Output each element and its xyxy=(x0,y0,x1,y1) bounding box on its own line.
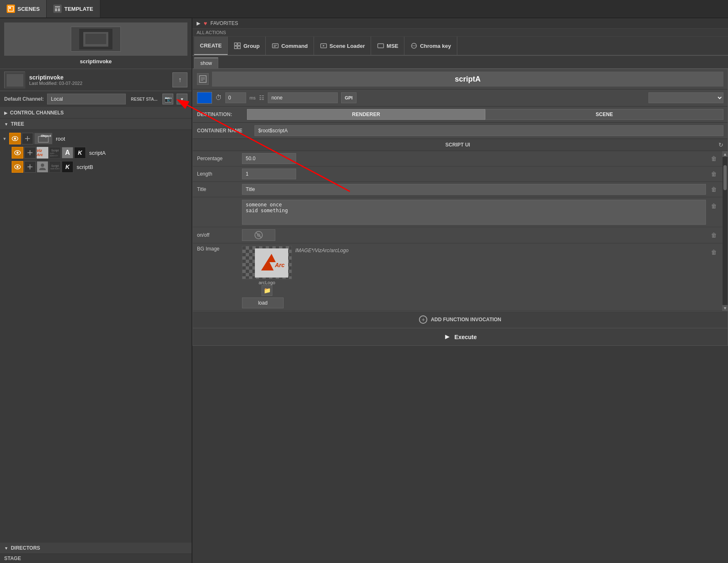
scriptb-icon-script2: Script sub-Elm xyxy=(49,161,61,173)
param-length: Length 🗑 xyxy=(193,166,723,182)
stage-label: STAGE xyxy=(4,556,21,561)
mse-button[interactable]: MSE xyxy=(371,37,404,55)
title-input[interactable] xyxy=(242,184,706,195)
camera-button[interactable]: 📷 xyxy=(162,94,173,104)
onoff-delete-button[interactable]: 🗑 xyxy=(709,231,718,240)
svg-rect-1 xyxy=(9,7,11,9)
load-button[interactable]: load xyxy=(242,298,284,308)
scripta-icon-eye xyxy=(12,147,23,159)
scenes-tab-label: SCENES xyxy=(17,6,40,12)
length-label: Length xyxy=(197,171,239,177)
chroma-key-button[interactable]: Chroma key xyxy=(404,37,457,55)
favorites-bar: ▶ ♥ FAVORITES xyxy=(192,18,728,29)
tree-item-scriptb[interactable]: Script sub-Elm K scriptB xyxy=(0,160,192,174)
root-icon-transform xyxy=(22,133,33,144)
scene-thumb-inner xyxy=(71,27,121,52)
scene-info-row: scriptinvoke Last Modified: 03-07-2022 ↑ xyxy=(0,69,192,91)
bgimage-delete-button[interactable]: 🗑 xyxy=(709,248,718,257)
color-swatch[interactable] xyxy=(197,92,212,104)
scene-button[interactable]: SCENE xyxy=(485,109,723,120)
directors-header[interactable]: ▼ DIRECTORS xyxy=(0,543,192,554)
directors-label: DIRECTORS xyxy=(11,545,40,551)
control-channels-label: CONTROL CHANNELS xyxy=(10,110,64,116)
time-input[interactable] xyxy=(225,92,246,103)
reset-button[interactable]: RESET STA... xyxy=(129,96,159,102)
plus-circle-icon: + xyxy=(419,315,427,324)
channel-label: Default Channel: xyxy=(4,96,44,102)
onoff-button[interactable] xyxy=(242,229,275,241)
script-header-icon xyxy=(197,73,209,85)
tree-item-root[interactable]: ▼ Object root xyxy=(0,131,192,146)
container-name-label: CONTAINER NAME xyxy=(197,128,251,134)
scriptb-icon-transform xyxy=(24,161,36,173)
destination-row: DESTINATION: RENDERER SCENE xyxy=(193,107,728,123)
svg-marker-33 xyxy=(323,45,325,47)
tab-template[interactable]: TEMPLATE xyxy=(47,0,100,17)
create-button[interactable]: CREATE xyxy=(194,37,228,55)
scene-loader-button[interactable]: Scene Loader xyxy=(314,37,371,55)
tab-scenes[interactable]: SCENES xyxy=(0,0,47,17)
renderer-button[interactable]: RENDERER xyxy=(247,109,485,120)
scrollbar[interactable]: ▲ ▼ xyxy=(723,151,728,311)
percentage-label: Percentage xyxy=(197,156,239,161)
svg-line-42 xyxy=(256,233,261,238)
bg-image-path: IMAGE*/VizArc/arcLogo xyxy=(295,248,349,253)
scripta-thumbs: Viz Arc Script sub-Elm</> A K xyxy=(12,147,86,159)
svg-rect-27 xyxy=(234,46,237,49)
svg-rect-9 xyxy=(7,74,23,87)
scripta-icon-key: K xyxy=(74,147,86,159)
scripta-icon-vizarc: Viz Arc xyxy=(37,147,48,159)
scripta-icon-alpha: A xyxy=(62,147,73,159)
control-channels-arrow: ▶ xyxy=(4,111,7,115)
scenes-icon xyxy=(7,5,15,13)
execute-row[interactable]: ► Execute xyxy=(193,328,728,345)
upload-button[interactable]: ↑ xyxy=(172,72,187,87)
text-textarea[interactable]: someone once said something xyxy=(242,200,706,225)
percentage-delete-button[interactable]: 🗑 xyxy=(709,154,718,163)
percentage-input[interactable] xyxy=(242,153,296,164)
gpi-button[interactable]: GPI xyxy=(341,92,357,103)
script-ui-content: Percentage 🗑 Length 🗑 xyxy=(193,151,723,311)
length-input[interactable] xyxy=(242,169,296,179)
bg-thumb-inner: Arc xyxy=(255,248,288,278)
none-select[interactable] xyxy=(268,92,338,103)
command-button[interactable]: Command xyxy=(266,37,314,55)
group-button[interactable]: Group xyxy=(228,37,266,55)
command-label: Command xyxy=(281,43,308,49)
root-icon-object: Object xyxy=(34,133,52,144)
left-panel: scriptinvoke scriptinvoke Last Modified:… xyxy=(0,18,192,563)
length-delete-button[interactable]: 🗑 xyxy=(709,169,718,179)
create-label: CREATE xyxy=(200,42,222,49)
add-function-row[interactable]: + ADD FUNCTION INVOCATION xyxy=(193,311,728,328)
show-tab[interactable]: show xyxy=(194,57,218,68)
scripta-icon-script: Script sub-Elm</> xyxy=(49,147,61,159)
svg-rect-28 xyxy=(238,46,240,49)
text-delete-button[interactable]: 🗑 xyxy=(709,201,718,211)
extra-button[interactable]: ▼ xyxy=(177,94,187,104)
tree-header[interactable]: ▼ TREE xyxy=(0,119,192,130)
refresh-button[interactable]: ↻ xyxy=(718,141,723,148)
scriptb-thumbs: Script sub-Elm K xyxy=(12,161,73,173)
favorites-heart-icon: ♥ xyxy=(204,20,207,27)
dropdown-end[interactable] xyxy=(648,92,723,103)
control-channels-header[interactable]: ▶ CONTROL CHANNELS xyxy=(0,107,192,119)
svg-rect-4 xyxy=(58,8,60,11)
execute-icon: ► xyxy=(444,332,451,341)
destination-label: DESTINATION: xyxy=(197,112,247,117)
scripta-icon-transform xyxy=(24,147,36,159)
container-name-input[interactable]: $root$scriptA xyxy=(254,125,723,136)
script-ui-section: SCRIPT UI ↻ Percentage 🗑 xyxy=(193,139,728,311)
scrollbar-thumb[interactable] xyxy=(723,165,727,190)
template-icon xyxy=(53,5,62,13)
scene-thumb-area: scriptinvoke xyxy=(0,18,192,69)
script-name-input[interactable]: scriptA xyxy=(212,72,723,87)
channel-select[interactable]: Local xyxy=(47,94,126,104)
title-delete-button[interactable]: 🗑 xyxy=(709,185,718,194)
svg-text:Arc: Arc xyxy=(274,262,285,268)
browse-button[interactable]: 📁 xyxy=(262,285,272,296)
tree-item-scripta[interactable]: Viz Arc Script sub-Elm</> A K scriptA xyxy=(0,146,192,160)
chroma-key-icon xyxy=(410,42,418,50)
bgimage-label: BG Image xyxy=(197,246,239,252)
controls-row: ⏱ ms ☷ GPI xyxy=(193,89,728,107)
onoff-label: on/off xyxy=(197,232,239,238)
